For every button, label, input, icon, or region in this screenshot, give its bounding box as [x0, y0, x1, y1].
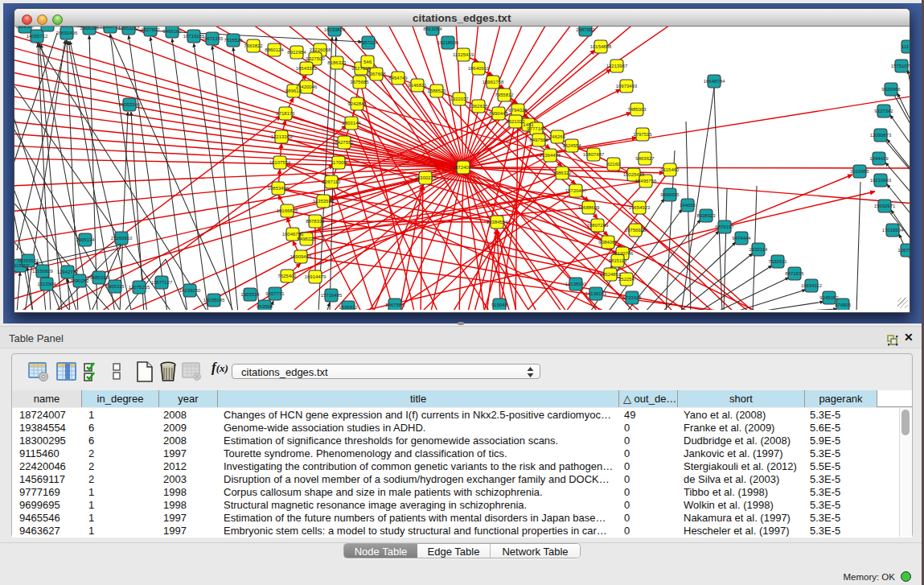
svg-text:10671355: 10671355: [201, 36, 223, 41]
svg-text:1513904: 1513904: [37, 282, 56, 286]
svg-text:6466160: 6466160: [162, 29, 182, 34]
svg-text:1797515: 1797515: [633, 132, 652, 137]
svg-text:1527602: 1527602: [141, 27, 160, 32]
svg-text:6497568: 6497568: [529, 138, 548, 142]
svg-text:915048: 915048: [491, 303, 507, 307]
svg-text:1958260: 1958260: [80, 27, 99, 31]
svg-text:9463627: 9463627: [635, 156, 655, 161]
svg-text:9885310: 9885310: [89, 275, 109, 280]
svg-text:13495756: 13495756: [634, 179, 656, 183]
svg-text:15692971: 15692971: [873, 204, 895, 208]
svg-text:7485003: 7485003: [627, 107, 647, 112]
svg-text:1267533: 1267533: [897, 248, 910, 253]
svg-text:62160: 62160: [606, 162, 620, 167]
svg-text:15751074: 15751074: [890, 64, 910, 68]
svg-text:8912954: 8912954: [287, 50, 306, 55]
svg-text:653594: 653594: [256, 304, 273, 309]
svg-text:1733426: 1733426: [622, 295, 642, 300]
svg-text:19384554: 19384554: [486, 220, 507, 225]
svg-text:19035345: 19035345: [203, 298, 224, 303]
svg-text:19654923: 19654923: [628, 205, 650, 210]
svg-text:8454749: 8454749: [388, 76, 408, 80]
svg-text:10853496: 10853496: [267, 186, 289, 191]
svg-text:10688609: 10688609: [577, 205, 599, 210]
svg-text:6794028: 6794028: [508, 108, 528, 113]
svg-text:20691406: 20691406: [55, 31, 77, 35]
svg-text:7663822: 7663822: [244, 43, 263, 48]
svg-text:26053346: 26053346: [118, 102, 140, 107]
svg-text:19756928: 19756928: [624, 228, 646, 233]
svg-text:9242848: 9242848: [347, 101, 367, 106]
svg-text:1905134: 1905134: [76, 237, 95, 242]
svg-text:1588520: 1588520: [427, 89, 446, 93]
svg-text:1362615: 1362615: [469, 104, 488, 109]
svg-text:12075255: 12075255: [128, 285, 150, 290]
svg-text:15720407: 15720407: [565, 188, 586, 193]
svg-text:8471676: 8471676: [785, 271, 804, 276]
svg-text:9227342: 9227342: [874, 109, 893, 113]
svg-text:7625402: 7625402: [277, 274, 297, 278]
svg-text:1903534: 1903534: [240, 292, 260, 297]
svg-text:7986322: 7986322: [552, 171, 572, 175]
svg-text:7515526: 7515526: [224, 38, 243, 43]
svg-text:14138391: 14138391: [565, 282, 586, 286]
svg-text:746266: 746266: [548, 134, 565, 139]
svg-text:117006: 117006: [331, 160, 347, 165]
svg-text:16353501: 16353501: [17, 258, 39, 263]
svg-text:12093873: 12093873: [869, 133, 891, 138]
svg-text:9777169: 9777169: [527, 126, 546, 131]
svg-text:14136141: 14136141: [585, 291, 606, 296]
svg-text:11171: 11171: [901, 44, 910, 49]
svg-text:9527508: 9527508: [351, 66, 371, 71]
svg-text:10025438: 10025438: [622, 172, 644, 177]
svg-text:9657771: 9657771: [265, 291, 285, 296]
svg-text:11325419: 11325419: [452, 52, 474, 57]
svg-text:6879197: 6879197: [715, 225, 734, 229]
svg-text:10807487: 10807487: [582, 152, 604, 157]
svg-text:18807249: 18807249: [586, 223, 608, 228]
svg-text:23226058: 23226058: [309, 47, 331, 52]
svg-text:8860124: 8860124: [265, 47, 284, 52]
svg-text:10973493: 10973493: [615, 84, 637, 89]
svg-text:2718176: 2718176: [276, 111, 295, 116]
svg-text:3215955: 3215955: [850, 169, 869, 174]
svg-text:2035721: 2035721: [38, 27, 57, 27]
svg-text:9699695: 9699695: [660, 192, 680, 197]
svg-text:10210643: 10210643: [869, 178, 891, 183]
svg-text:8186323: 8186323: [327, 60, 347, 65]
svg-text:7957224: 7957224: [359, 40, 378, 45]
svg-text:16648784: 16648784: [703, 79, 725, 84]
svg-text:12213369: 12213369: [270, 134, 292, 139]
svg-text:10654112: 10654112: [800, 283, 822, 288]
svg-text:1903557: 1903557: [15, 27, 35, 29]
svg-text:12213967: 12213967: [606, 64, 627, 68]
svg-text:13877127: 13877127: [150, 280, 172, 285]
svg-text:1322037: 1322037: [450, 97, 469, 101]
svg-text:1244419: 1244419: [869, 156, 889, 161]
svg-text:8813054: 8813054: [423, 27, 442, 31]
svg-text:10853257: 10853257: [117, 27, 139, 31]
svg-text:8878332: 8878332: [306, 219, 325, 224]
svg-text:2367608: 2367608: [367, 72, 386, 76]
svg-text:25260910: 25260910: [110, 236, 132, 241]
svg-text:11156829: 11156829: [32, 269, 53, 274]
svg-text:9146821: 9146821: [408, 83, 427, 88]
svg-text:10154808: 10154808: [589, 44, 611, 49]
svg-text:16033809: 16033809: [323, 27, 345, 32]
svg-text:874905: 874905: [834, 303, 851, 307]
svg-text:1536812: 1536812: [339, 305, 358, 310]
svg-text:9084067: 9084067: [598, 240, 618, 245]
svg-text:15909469: 15909469: [290, 254, 311, 259]
svg-text:3915907: 3915907: [14, 263, 30, 268]
svg-text:19218506: 19218506: [437, 40, 458, 45]
svg-text:8427552: 8427552: [335, 140, 354, 145]
svg-text:16120746: 16120746: [611, 251, 633, 256]
svg-text:18640910: 18640910: [467, 66, 489, 71]
svg-text:8467583: 8467583: [385, 303, 405, 307]
svg-text:9327500: 9327500: [306, 56, 325, 61]
svg-text:16543382: 16543382: [295, 66, 317, 71]
svg-text:2987682: 2987682: [576, 27, 595, 32]
svg-text:14055712: 14055712: [26, 34, 47, 39]
svg-text:989618: 989618: [285, 89, 302, 93]
svg-text:9474444: 9474444: [732, 236, 751, 241]
